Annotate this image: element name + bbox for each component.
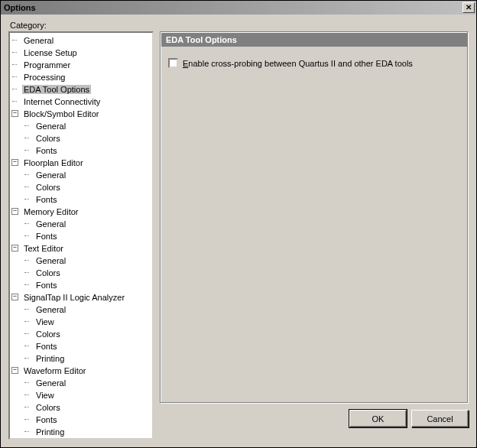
- tree-row[interactable]: Colors: [34, 328, 62, 340]
- tree-row[interactable]: SignalTap II Logic Analyzer: [22, 291, 126, 304]
- tree-connector-icon: [12, 89, 17, 89]
- tree-connector-icon: [24, 321, 29, 322]
- tree-connector-icon: [12, 52, 17, 53]
- tree-label: Fonts: [34, 146, 59, 155]
- tree-row[interactable]: General: [34, 218, 67, 230]
- tree-item: −SignalTap II Logic AnalyzerGeneralViewC…: [10, 291, 152, 365]
- tree-connector-icon: [24, 235, 29, 236]
- tree-label: General: [34, 305, 67, 314]
- tree-row[interactable]: General: [22, 34, 55, 47]
- tree-label: Printing: [34, 354, 66, 363]
- tree-connector-icon: [24, 223, 29, 224]
- tree-row[interactable]: Text Editor: [22, 242, 65, 255]
- tree-row[interactable]: View: [34, 316, 56, 328]
- tree-row[interactable]: Programmer: [22, 59, 72, 71]
- tree-row[interactable]: View: [34, 389, 56, 401]
- tree-connector-icon: [24, 199, 29, 200]
- tree-label: Colors: [34, 183, 62, 192]
- tree-row[interactable]: EDA Tool Options: [22, 83, 91, 96]
- tree-item: Colors: [22, 181, 152, 193]
- tree-row[interactable]: Colors: [34, 401, 62, 414]
- tree-label: General: [34, 378, 67, 388]
- tree-label: Colors: [34, 268, 62, 278]
- tree-row[interactable]: Waveform Editor: [22, 365, 88, 377]
- tree-row[interactable]: General: [34, 304, 67, 316]
- tree-item: General: [22, 255, 152, 267]
- tree-row[interactable]: General: [34, 255, 67, 267]
- enable-crossprobing-label[interactable]: Enable cross-probing between Quartus II …: [183, 59, 413, 68]
- tree-row[interactable]: Printing: [34, 352, 66, 365]
- enable-crossprobing-checkbox[interactable]: [168, 58, 178, 68]
- tree-connector-icon: [24, 333, 29, 334]
- tree-row[interactable]: Fonts: [34, 230, 59, 242]
- tree-connector-icon: [24, 284, 29, 285]
- tree-row[interactable]: License Setup: [22, 47, 79, 59]
- tree-row[interactable]: Fonts: [34, 193, 59, 206]
- tree-row[interactable]: Floorplan Editor: [22, 157, 85, 169]
- columns: GeneralLicense SetupProgrammerProcessing…: [8, 31, 469, 440]
- tree-item: General: [10, 34, 152, 47]
- tree-row[interactable]: Processing: [22, 71, 67, 83]
- tree-row[interactable]: General: [34, 169, 67, 181]
- tree-row[interactable]: Printing: [34, 426, 66, 438]
- tree-label: Colors: [34, 403, 62, 412]
- tree-label: General: [34, 170, 67, 180]
- tree-row[interactable]: Fonts: [34, 144, 59, 157]
- tree-connector-icon: [24, 346, 29, 346]
- tree-label: Block/Symbol Editor: [22, 109, 100, 118]
- tree-toggle-icon[interactable]: −: [11, 367, 18, 374]
- tree-label: EDA Tool Options: [22, 85, 91, 94]
- tree-toggle-icon[interactable]: −: [11, 208, 18, 215]
- tree-row[interactable]: General: [34, 377, 67, 389]
- tree-label: Processing: [22, 73, 67, 82]
- tree-label: General: [34, 219, 67, 229]
- tree-item: −Block/Symbol EditorGeneralColorsFonts: [10, 108, 152, 157]
- tree-label: SignalTap II Logic Analyzer: [22, 293, 126, 302]
- tree-row[interactable]: Fonts: [34, 279, 59, 291]
- tree-toggle-icon[interactable]: −: [11, 110, 18, 117]
- right-panel: EDA Tool Options Enable cross-probing be…: [160, 31, 469, 440]
- tree-label: Fonts: [34, 281, 59, 290]
- tree-item: Fonts: [22, 279, 152, 291]
- close-button[interactable]: ✕: [462, 2, 475, 13]
- tree-label: Floorplan Editor: [22, 158, 85, 167]
- tree-label: Fonts: [34, 232, 59, 241]
- tree-row[interactable]: Memory Editor: [22, 206, 80, 218]
- tree-label: Internet Connectivity: [22, 97, 102, 106]
- tree-connector-icon: [12, 40, 17, 41]
- category-tree[interactable]: GeneralLicense SetupProgrammerProcessing…: [8, 31, 154, 440]
- tree-row[interactable]: Internet Connectivity: [22, 96, 102, 108]
- tree-label: View: [34, 391, 56, 400]
- tree-item: Fonts: [22, 193, 152, 206]
- tree-item: Colors: [22, 328, 152, 340]
- tree-connector-icon: [24, 431, 29, 432]
- tree-row[interactable]: Fonts: [34, 414, 59, 426]
- tree-row[interactable]: Block/Symbol Editor: [22, 108, 100, 120]
- tree-item: EDA Tool Options: [10, 83, 152, 96]
- tree-row[interactable]: Fonts: [34, 340, 59, 352]
- tree-item: Fonts: [22, 340, 152, 352]
- tree-connector-icon: [24, 272, 29, 273]
- tree-toggle-icon[interactable]: −: [11, 245, 18, 252]
- tree-row[interactable]: Colors: [34, 132, 62, 144]
- tree-item: Programmer: [10, 59, 152, 71]
- tree-item: Colors: [22, 132, 152, 144]
- tree-item: Fonts: [22, 414, 152, 426]
- tree-connector-icon: [24, 187, 29, 187]
- tree-row[interactable]: General: [34, 120, 67, 132]
- tree-connector-icon: [24, 174, 29, 175]
- tree-connector-icon: [24, 309, 29, 310]
- cancel-button[interactable]: Cancel: [411, 410, 469, 427]
- tree-item: General: [22, 377, 152, 389]
- tree-item: −Memory EditorGeneralFonts: [10, 206, 152, 242]
- group-body: Enable cross-probing between Quartus II …: [161, 47, 468, 79]
- tree-row[interactable]: Colors: [34, 267, 62, 279]
- tree-row[interactable]: Colors: [34, 181, 62, 193]
- tree-label: Colors: [34, 330, 62, 339]
- tree-label: License Setup: [22, 48, 79, 57]
- ok-button[interactable]: OK: [349, 410, 407, 427]
- tree-item: −Text EditorGeneralColorsFonts: [10, 242, 152, 291]
- tree-toggle-icon[interactable]: −: [11, 159, 18, 166]
- tree-toggle-icon[interactable]: −: [11, 294, 18, 300]
- tree-item: General: [22, 169, 152, 181]
